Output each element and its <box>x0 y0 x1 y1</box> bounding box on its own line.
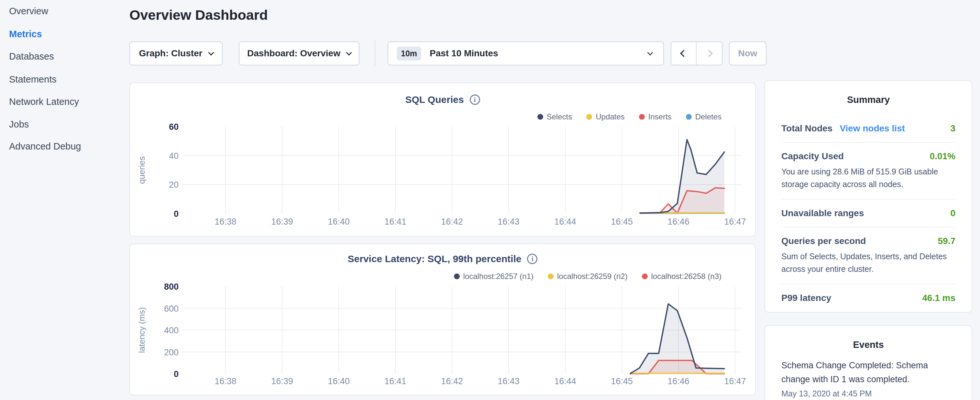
svg-text:16:43: 16:43 <box>498 376 520 386</box>
svg-text:400: 400 <box>164 325 178 335</box>
summary-row-description: Sum of Selects, Updates, Inserts, and De… <box>781 250 955 276</box>
dashboard-dropdown-label: Dashboard: Overview <box>247 48 340 59</box>
chart-plot-area[interactable]: 16:3816:3916:4016:4116:4216:4316:4416:45… <box>130 83 756 236</box>
graph-dropdown-label: Graph: Cluster <box>139 48 202 59</box>
summary-row-value: 0.01% <box>930 151 955 161</box>
events-panel: Events Schema Change Completed: Schema c… <box>765 325 972 400</box>
now-button[interactable]: Now <box>729 41 767 65</box>
now-button-label: Now <box>738 48 757 59</box>
svg-text:queries: queries <box>137 156 146 184</box>
sidebar-item-advanced-debug[interactable]: Advanced Debug <box>9 139 81 153</box>
graph-dropdown[interactable]: Graph: Cluster <box>129 41 223 65</box>
summary-title: Summary <box>765 81 972 105</box>
svg-text:16:39: 16:39 <box>271 217 293 226</box>
sidebar-item-overview[interactable]: Overview <box>9 4 48 18</box>
chevron-down-icon <box>208 49 214 55</box>
summary-rows: Total NodesView nodes list3Capacity Used… <box>765 115 972 312</box>
svg-text:600: 600 <box>164 304 178 314</box>
chevron-right-icon <box>706 50 713 57</box>
svg-text:16:47: 16:47 <box>724 217 746 226</box>
svg-text:16:44: 16:44 <box>554 217 576 226</box>
time-step-forward-button[interactable] <box>697 42 722 65</box>
svg-text:200: 200 <box>164 347 178 357</box>
summary-row-p99-latency: P99 latency46.1 ms <box>781 284 955 312</box>
summary-row-value: 3 <box>950 123 955 134</box>
svg-text:16:41: 16:41 <box>384 376 406 386</box>
svg-text:16:45: 16:45 <box>611 217 633 226</box>
summary-row-queries-per-second: Queries per second59.7Sum of Selects, Up… <box>781 227 955 284</box>
time-step-buttons <box>671 41 722 65</box>
events-list: Schema Change Completed: Schema change w… <box>765 359 972 398</box>
sidebar-item-databases[interactable]: Databases <box>9 49 54 64</box>
svg-text:16:38: 16:38 <box>215 376 237 386</box>
svg-text:16:38: 16:38 <box>215 217 237 226</box>
summary-row-capacity-used: Capacity Used0.01%You are using 28.6 MiB… <box>781 142 955 199</box>
svg-text:0: 0 <box>174 369 178 379</box>
svg-text:800: 800 <box>164 282 178 292</box>
summary-row-value: 59.7 <box>938 236 956 246</box>
sidebar-item-network-latency[interactable]: Network Latency <box>9 94 79 109</box>
svg-text:latency (ms): latency (ms) <box>137 307 146 353</box>
summary-panel: Summary Total NodesView nodes list3Capac… <box>765 80 972 312</box>
svg-text:16:42: 16:42 <box>441 217 463 226</box>
time-window-label: Past 10 Minutes <box>430 48 498 59</box>
svg-text:40: 40 <box>169 151 178 161</box>
summary-row-label: Total Nodes <box>781 123 832 134</box>
summary-row-value: 46.1 ms <box>922 293 955 303</box>
svg-text:0: 0 <box>174 209 178 219</box>
svg-text:20: 20 <box>169 180 178 190</box>
chevron-down-icon <box>346 49 352 55</box>
page-title: Overview Dashboard <box>129 7 268 23</box>
time-window-selector[interactable]: 10m Past 10 Minutes <box>388 41 664 65</box>
svg-text:16:39: 16:39 <box>271 376 293 386</box>
svg-text:16:46: 16:46 <box>667 217 689 226</box>
svg-text:16:44: 16:44 <box>554 376 576 386</box>
chart-card-sql-queries[interactable]: SQL QueriesiSelectsUpdatesInsertsDeletes… <box>129 83 756 237</box>
chevron-left-icon <box>680 50 687 57</box>
controls-divider <box>375 40 375 67</box>
overview-dashboard-page: { "sidebar": { "items": [ { "label": "Ov… <box>0 0 980 400</box>
summary-row-label: Queries per second <box>781 236 866 246</box>
summary-row-value: 0 <box>950 208 955 218</box>
summary-row-label: P99 latency <box>781 293 831 303</box>
svg-text:16:40: 16:40 <box>328 376 350 386</box>
view-nodes-list-link[interactable]: View nodes list <box>840 123 905 134</box>
svg-text:16:41: 16:41 <box>384 217 406 226</box>
events-title: Events <box>765 326 972 350</box>
svg-text:16:45: 16:45 <box>611 376 633 386</box>
chart-plot-area[interactable]: 16:3816:3916:4016:4116:4216:4316:4416:45… <box>130 244 756 395</box>
sidebar-item-metrics[interactable]: Metrics <box>9 27 42 41</box>
time-window-badge: 10m <box>397 46 421 61</box>
summary-row-label: Unavailable ranges <box>781 208 864 218</box>
sidebar-item-statements[interactable]: Statements <box>9 72 57 86</box>
dashboard-dropdown[interactable]: Dashboard: Overview <box>239 41 360 65</box>
summary-row-unavailable-ranges: Unavailable ranges0 <box>781 199 955 227</box>
sidebar: OverviewMetricsDatabasesStatementsNetwor… <box>0 0 129 400</box>
svg-text:16:42: 16:42 <box>441 376 463 386</box>
svg-text:16:47: 16:47 <box>724 376 746 386</box>
chevron-down-icon <box>647 49 653 55</box>
time-step-back-button[interactable] <box>671 42 697 65</box>
summary-row-total-nodes: Total NodesView nodes list3 <box>781 115 955 142</box>
summary-row-description: You are using 28.6 MiB of 515.9 GiB usab… <box>781 166 955 191</box>
svg-text:16:40: 16:40 <box>328 217 350 226</box>
event-list-item[interactable]: Schema Change Completed: Schema change w… <box>781 359 955 398</box>
svg-text:60: 60 <box>169 122 178 132</box>
svg-text:16:43: 16:43 <box>498 217 520 226</box>
event-timestamp: May 13, 2020 at 4:45 PM <box>781 389 955 398</box>
sidebar-item-jobs[interactable]: Jobs <box>9 117 29 131</box>
summary-row-label: Capacity Used <box>781 151 844 161</box>
chart-card-service-latency[interactable]: Service Latency: SQL, 99th percentileilo… <box>129 244 756 395</box>
svg-text:16:46: 16:46 <box>667 376 689 386</box>
event-text: Schema Change Completed: Schema change w… <box>781 359 955 386</box>
